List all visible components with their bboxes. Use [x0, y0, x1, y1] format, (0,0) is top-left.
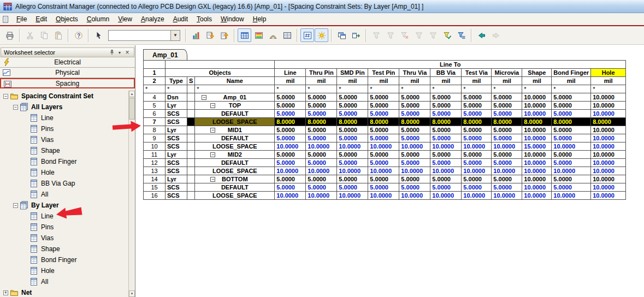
tab-amp01[interactable]: Amp_01 [143, 49, 187, 60]
tree-item-all[interactable]: All [0, 189, 135, 200]
show-worksheet-values-button[interactable] [300, 28, 314, 42]
column-header-line[interactable]: Line [275, 69, 306, 77]
value-cell[interactable]: 10.0000 [591, 93, 626, 102]
value-cell[interactable]: 10.0000 [275, 167, 306, 175]
name-cell[interactable]: −MID2 [195, 151, 275, 159]
select-cell[interactable] [187, 142, 195, 151]
value-cell[interactable]: 5.0000 [368, 134, 399, 142]
filter-cell-shape[interactable]: * [522, 85, 552, 93]
name-cell[interactable]: DEFAULT [195, 183, 275, 192]
value-cell[interactable]: 10.0000 [591, 102, 626, 110]
value-cell[interactable]: 5.0000 [462, 110, 492, 118]
value-cell[interactable]: 10.0000 [522, 93, 552, 102]
pin-icon[interactable] [108, 49, 116, 56]
tree-item-net[interactable]: +Net [0, 287, 135, 297]
value-cell[interactable]: 8.0000 [552, 118, 591, 126]
name-cell[interactable]: −TOP [195, 102, 275, 110]
goto-destination-button[interactable] [349, 28, 363, 42]
value-cell[interactable]: 10.0000 [552, 142, 591, 151]
tree-item-bb-via-gap[interactable]: BB Via Gap [0, 178, 135, 189]
name-cell[interactable]: DEFAULT [195, 110, 275, 118]
value-cell[interactable]: 5.0000 [552, 159, 591, 167]
filter-cell-microvia[interactable]: * [492, 85, 522, 93]
pick-button[interactable] [92, 28, 105, 42]
value-cell[interactable]: 5.0000 [306, 159, 337, 167]
row-number[interactable]: 4 [144, 93, 166, 102]
category-physical[interactable]: Physical [0, 68, 135, 78]
value-cell[interactable]: 5.0000 [492, 134, 522, 142]
value-cell[interactable]: 5.0000 [552, 102, 591, 110]
tree-item-shape[interactable]: Shape [0, 145, 135, 156]
column-header-test-pin[interactable]: Test Pin [368, 69, 399, 77]
value-cell[interactable]: 5.0000 [337, 151, 368, 159]
select-cell[interactable] [187, 118, 195, 126]
value-cell[interactable]: 5.0000 [368, 126, 399, 134]
row-number[interactable]: 7 [144, 118, 166, 126]
value-cell[interactable]: 5.0000 [462, 183, 492, 192]
category-spacing[interactable]: Spacing [0, 78, 135, 88]
value-cell[interactable]: 5.0000 [462, 151, 492, 159]
row-number[interactable]: 8 [144, 126, 166, 134]
type-cell[interactable]: SCS [166, 142, 187, 151]
row-number[interactable]: 5 [144, 102, 166, 110]
value-cell[interactable]: 10.0000 [430, 192, 462, 200]
value-cell[interactable]: 8.0000 [399, 118, 430, 126]
value-cell[interactable]: 5.0000 [492, 175, 522, 183]
value-cell[interactable]: 5.0000 [430, 175, 462, 183]
type-cell[interactable]: Lyr [166, 151, 187, 159]
value-cell[interactable]: 10.0000 [552, 167, 591, 175]
value-cell[interactable]: 5.0000 [552, 134, 591, 142]
column-header-smd-pin[interactable]: SMD Pin [337, 69, 368, 77]
filter-s-cell[interactable] [187, 85, 195, 93]
value-cell[interactable]: 5.0000 [306, 102, 337, 110]
value-cell[interactable]: 8.0000 [337, 118, 368, 126]
filter-cell-bb-via[interactable]: * [430, 85, 462, 93]
value-cell[interactable]: 5.0000 [368, 175, 399, 183]
value-cell[interactable]: 10.0000 [522, 102, 552, 110]
chevron-down-icon[interactable]: ▼ [116, 49, 123, 56]
type-cell[interactable]: SCS [166, 167, 187, 175]
value-cell[interactable]: 8.0000 [275, 118, 306, 126]
tree-item-hole[interactable]: Hole [0, 167, 135, 178]
value-cell[interactable]: 5.0000 [368, 183, 399, 192]
value-cell[interactable]: 5.0000 [306, 93, 337, 102]
value-cell[interactable]: 10.0000 [591, 167, 626, 175]
value-cell[interactable]: 5.0000 [430, 110, 462, 118]
tree-item-shape[interactable]: Shape [0, 243, 135, 254]
value-cell[interactable]: 5.0000 [275, 151, 306, 159]
row-number[interactable]: 9 [144, 134, 166, 142]
column-header-microvia[interactable]: Microvia [492, 69, 522, 77]
value-cell[interactable]: 10.0000 [591, 142, 626, 151]
column-header-hole[interactable]: Hole [591, 69, 626, 77]
new-window-button[interactable] [335, 28, 348, 42]
spreadsheet-view-button[interactable] [238, 28, 251, 42]
value-cell[interactable]: 10.0000 [522, 192, 552, 200]
tree-item-all-layers[interactable]: −All Layers [0, 102, 135, 112]
value-cell[interactable]: 5.0000 [306, 110, 337, 118]
menu-help[interactable]: Help [249, 14, 271, 25]
row-number[interactable]: 12 [144, 159, 166, 167]
value-cell[interactable]: 10.0000 [492, 167, 522, 175]
worksheet-options-button[interactable] [315, 28, 328, 42]
value-cell[interactable]: 5.0000 [430, 126, 462, 134]
value-cell[interactable]: 8.0000 [522, 118, 552, 126]
menu-file[interactable]: File [12, 14, 31, 25]
collapse-box-icon[interactable]: − [13, 203, 18, 208]
value-cell[interactable]: 5.0000 [337, 93, 368, 102]
value-cell[interactable]: 10.0000 [368, 142, 399, 151]
filter-cell-smd-pin[interactable]: * [337, 85, 368, 93]
name-cell[interactable]: DEFAULT [195, 134, 275, 142]
value-cell[interactable]: 10.0000 [399, 192, 430, 200]
value-cell[interactable]: 5.0000 [399, 126, 430, 134]
tree-item-vias[interactable]: Vias [0, 233, 135, 243]
column-header-shape[interactable]: Shape [522, 69, 552, 77]
tree-item-spacing-constraint-set[interactable]: −Spacing Constraint Set [0, 91, 135, 102]
column-header-thru-via[interactable]: Thru Via [399, 69, 430, 77]
value-cell[interactable]: 5.0000 [430, 159, 462, 167]
value-cell[interactable]: 10.0000 [522, 151, 552, 159]
tree-item-pins[interactable]: Pins [0, 222, 135, 233]
value-cell[interactable]: 5.0000 [275, 183, 306, 192]
name-cell[interactable]: −MID1 [195, 126, 275, 134]
row-number[interactable]: 15 [144, 183, 166, 192]
select-cell[interactable] [187, 192, 195, 200]
